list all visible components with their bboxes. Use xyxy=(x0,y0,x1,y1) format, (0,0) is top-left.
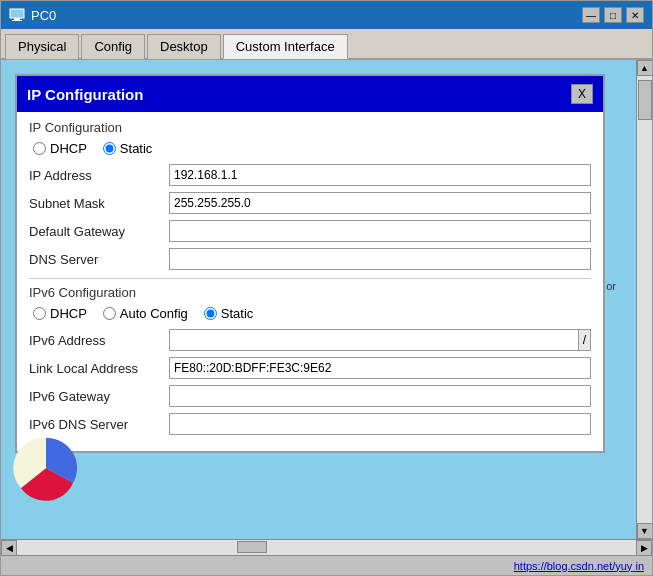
ipv6-dns-server-label: IPv6 DNS Server xyxy=(29,417,169,432)
svg-rect-1 xyxy=(14,18,20,20)
scroll-right-arrow[interactable]: ▶ xyxy=(636,540,652,556)
ipv6-static-label: Static xyxy=(221,306,254,321)
window-title: PC0 xyxy=(31,8,56,23)
section1-label: IP Configuration xyxy=(29,120,591,135)
ipv6-autoconfig-label: Auto Config xyxy=(120,306,188,321)
dns-server-row: DNS Server xyxy=(29,248,591,270)
ipv6-dhcp-label: DHCP xyxy=(50,306,87,321)
tab-custom-interface[interactable]: Custom Interface xyxy=(223,34,348,59)
scroll-track[interactable] xyxy=(637,76,652,523)
ip-config-body: IP Configuration DHCP Static xyxy=(17,112,603,451)
computer-icon xyxy=(9,7,25,23)
dhcp-radio[interactable] xyxy=(33,142,46,155)
close-button[interactable]: ✕ xyxy=(626,7,644,23)
svg-rect-2 xyxy=(12,20,22,21)
main-panel: IP Configuration X IP Configuration DHCP xyxy=(1,60,636,539)
tab-bar: Physical Config Desktop Custom Interface xyxy=(1,29,652,60)
ipv6-gateway-row: IPv6 Gateway xyxy=(29,385,591,407)
dns-server-input[interactable] xyxy=(169,248,591,270)
ipv6-static-radio[interactable] xyxy=(204,307,217,320)
ipv6-autoconfig-radio[interactable] xyxy=(103,307,116,320)
link-local-address-input[interactable] xyxy=(169,357,591,379)
ip-address-row: IP Address xyxy=(29,164,591,186)
ipv6-static-radio-item[interactable]: Static xyxy=(204,306,254,321)
ipv6-dns-server-row: IPv6 DNS Server xyxy=(29,413,591,435)
static-radio[interactable] xyxy=(103,142,116,155)
ipv6-address-label: IPv6 Address xyxy=(29,333,169,348)
tab-desktop[interactable]: Desktop xyxy=(147,34,221,59)
title-controls: — □ ✕ xyxy=(582,7,644,23)
default-gateway-input[interactable] xyxy=(169,220,591,242)
status-bar: https://blog.csdn.net/yuy in xyxy=(1,555,652,575)
ipv6-autoconfig-radio-item[interactable]: Auto Config xyxy=(103,306,188,321)
scroll-thumb[interactable] xyxy=(638,80,652,120)
dhcp-radio-item[interactable]: DHCP xyxy=(33,141,87,156)
link-local-address-row: Link Local Address xyxy=(29,357,591,379)
ipv6-address-input[interactable] xyxy=(169,329,579,351)
ip-config-header: IP Configuration X xyxy=(17,76,603,112)
vertical-scrollbar[interactable]: ▲ ▼ xyxy=(636,60,652,539)
ipv6-gateway-label: IPv6 Gateway xyxy=(29,389,169,404)
main-window: PC0 — □ ✕ Physical Config Desktop Custom… xyxy=(0,0,653,576)
ipv6-dns-server-input[interactable] xyxy=(169,413,591,435)
maximize-button[interactable]: □ xyxy=(604,7,622,23)
ip-address-input[interactable] xyxy=(169,164,591,186)
scroll-left-arrow[interactable]: ◀ xyxy=(1,540,17,556)
ipv6-gateway-input[interactable] xyxy=(169,385,591,407)
default-gateway-label: Default Gateway xyxy=(29,224,169,239)
dns-server-label: DNS Server xyxy=(29,252,169,267)
scroll-track-h[interactable] xyxy=(17,540,636,555)
scroll-thumb-h[interactable] xyxy=(237,541,267,553)
static-radio-item[interactable]: Static xyxy=(103,141,153,156)
ip-config-dialog: IP Configuration X IP Configuration DHCP xyxy=(15,74,605,453)
link-local-address-label: Link Local Address xyxy=(29,361,169,376)
scroll-down-arrow[interactable]: ▼ xyxy=(637,523,653,539)
dhcp-label: DHCP xyxy=(50,141,87,156)
ipv6-radio-group: DHCP Auto Config Static xyxy=(29,306,591,321)
static-label: Static xyxy=(120,141,153,156)
scroll-up-arrow[interactable]: ▲ xyxy=(637,60,653,76)
ipv6-section: IPv6 Configuration DHCP Auto Config xyxy=(29,278,591,435)
ipv6-dhcp-radio-item[interactable]: DHCP xyxy=(33,306,87,321)
dialog-close-button[interactable]: X xyxy=(571,84,593,104)
status-url: https://blog.csdn.net/yuy in xyxy=(514,560,644,572)
svg-rect-0 xyxy=(10,9,24,18)
minimize-button[interactable]: — xyxy=(582,7,600,23)
ipv6-dhcp-radio[interactable] xyxy=(33,307,46,320)
default-gateway-row: Default Gateway xyxy=(29,220,591,242)
title-bar: PC0 — □ ✕ xyxy=(1,1,652,29)
subnet-mask-label: Subnet Mask xyxy=(29,196,169,211)
content-area: IP Configuration X IP Configuration DHCP xyxy=(1,60,652,539)
horizontal-scrollbar[interactable]: ◀ ▶ xyxy=(1,539,652,555)
ipv4-radio-group: DHCP Static xyxy=(29,141,591,156)
ipv6-prefix-suffix: / xyxy=(579,329,591,351)
subnet-mask-row: Subnet Mask xyxy=(29,192,591,214)
tab-config[interactable]: Config xyxy=(81,34,145,59)
title-bar-left: PC0 xyxy=(9,7,56,23)
subnet-mask-input[interactable] xyxy=(169,192,591,214)
or-label: or xyxy=(606,280,616,292)
tab-physical[interactable]: Physical xyxy=(5,34,79,59)
pie-chart-icon xyxy=(11,433,81,503)
section2-label: IPv6 Configuration xyxy=(29,285,591,300)
dialog-title: IP Configuration xyxy=(27,86,143,103)
ip-address-label: IP Address xyxy=(29,168,169,183)
ipv6-address-row: IPv6 Address / xyxy=(29,329,591,351)
ipv6-address-input-group: / xyxy=(169,329,591,351)
